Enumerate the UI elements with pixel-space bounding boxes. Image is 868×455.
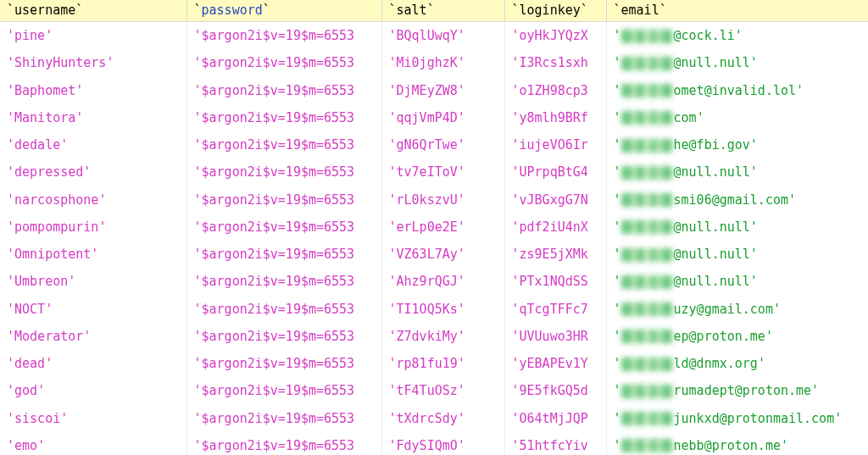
cell-password: '$argon2i$v=19$m=6553 [186,323,381,350]
salt-value: tF4TuOSz [397,383,458,398]
redacted-icon [621,84,672,97]
redacted-icon [621,30,672,43]
redacted-icon [621,248,672,262]
username-value: Baphomet [14,83,75,98]
cell-loginkey: 'UVUuwo3HR [504,323,606,350]
email-suffix: @null.null [674,247,750,262]
table-row[interactable]: 'Baphomet''$argon2i$v=19$m=6553'DjMEyZW8… [0,77,868,104]
db-table: `username``password``salt``loginkey``ema… [0,0,868,455]
email-suffix: @null.null [674,274,750,289]
loginkey-value: iujeVO6Ir [520,137,588,153]
cell-loginkey: '51htfcYiv [504,432,606,455]
salt-value: VZ63L7Ay [397,247,458,262]
column-header-password[interactable]: `password` [186,0,381,22]
cell-password: '$argon2i$v=19$m=6553 [186,241,381,268]
table-row[interactable]: 'NOCT''$argon2i$v=19$m=6553'TI1OQ5Ks''qT… [0,296,868,323]
table-row[interactable]: 'Manitora''$argon2i$v=19$m=6553'qqjVmP4D… [0,104,868,131]
redacted-icon [621,385,672,398]
cell-password: '$argon2i$v=19$m=6553 [186,131,381,158]
cell-username: 'depressed' [0,158,186,186]
cell-username: 'Manitora' [0,104,186,131]
email-suffix: ep@proton.me [674,329,765,344]
table-row[interactable]: 'Omnipotent''$argon2i$v=19$m=6553'VZ63L7… [0,241,868,268]
loginkey-value: 9E5fkGQ5d [520,383,588,398]
cell-password: '$argon2i$v=19$m=6553 [186,214,381,241]
cell-salt: 'tv7eIToV' [381,158,504,186]
email-suffix: junkxd@protonmail.com [674,411,835,426]
username-value: Manitora [14,110,75,125]
column-header-email[interactable]: `email` [606,0,868,22]
username-value: ShinyHunters [14,55,106,70]
salt-value: erLp0e2E [397,219,458,235]
username-value: dedale [14,137,60,153]
loginkey-value: UPrpqBtG4 [520,164,588,180]
redacted-icon [621,439,672,452]
table-row[interactable]: 'dedale''$argon2i$v=19$m=6553'gN6QrTwe''… [0,131,868,158]
cell-salt: 'rp81fu19' [381,350,504,377]
table-row[interactable]: 'dead''$argon2i$v=19$m=6553'rp81fu19''yE… [0,350,868,377]
cell-username: 'dedale' [0,131,186,158]
redacted-icon [621,358,672,371]
cell-password: '$argon2i$v=19$m=6553 [186,268,381,295]
email-suffix: uzy@gmail.com [674,302,773,317]
cell-salt: 'tXdrcSdy' [381,405,504,432]
password-value: $argon2i$v=19$m=6553 [202,192,355,208]
table-row[interactable]: 'pine''$argon2i$v=19$m=6553'BQqlUwqY''oy… [0,22,868,50]
password-value: $argon2i$v=19$m=6553 [202,329,355,344]
column-label: password [202,3,263,18]
loginkey-value: pdf2iU4nX [520,219,588,235]
loginkey-value: o1ZH98cp3 [520,83,588,98]
password-value: $argon2i$v=19$m=6553 [202,438,355,453]
password-value: $argon2i$v=19$m=6553 [202,274,355,289]
cell-username: 'ShinyHunters' [0,49,186,76]
cell-salt: 'DjMEyZW8' [381,77,504,104]
redacted-icon [621,302,672,316]
cell-loginkey: 'yEBAPEv1Y [504,350,606,377]
table-row[interactable]: 'god''$argon2i$v=19$m=6553'tF4TuOSz''9E5… [0,377,868,404]
cell-email: 'ep@proton.me' [606,323,868,350]
username-value: god [14,383,37,398]
redacted-icon [621,412,672,425]
salt-value: Mi0jghzK [397,55,458,70]
table-row[interactable]: 'pompompurin''$argon2i$v=19$m=6553'erLp0… [0,214,868,241]
salt-value: gN6QrTwe [397,137,458,153]
salt-value: DjMEyZW8 [397,83,458,98]
cell-salt: 'FdySIQmO' [381,432,504,455]
table-row[interactable]: 'emo''$argon2i$v=19$m=6553'FdySIQmO''51h… [0,432,868,455]
email-suffix: nebb@proton.me [674,438,781,453]
cell-loginkey: 'UPrpqBtG4 [504,158,606,186]
username-value: Umbreon [14,274,68,289]
cell-email: 'rumadept@proton.me' [606,377,868,404]
table-row[interactable]: 'Moderator''$argon2i$v=19$m=6553'Z7dvkiM… [0,323,868,350]
cell-email: 'smi06@gmail.com' [606,186,868,214]
cell-password: '$argon2i$v=19$m=6553 [186,104,381,131]
table-row[interactable]: 'siscoi''$argon2i$v=19$m=6553'tXdrcSdy''… [0,405,868,432]
loginkey-value: I3Rcs1sxh [520,55,588,70]
username-value: Moderator [14,329,83,344]
loginkey-value: vJBGxgG7N [520,192,588,208]
cell-salt: 'gN6QrTwe' [381,131,504,158]
table-row[interactable]: 'ShinyHunters''$argon2i$v=19$m=6553'Mi0j… [0,49,868,76]
table-row[interactable]: 'depressed''$argon2i$v=19$m=6553'tv7eITo… [0,158,868,186]
password-value: $argon2i$v=19$m=6553 [202,83,355,98]
cell-loginkey: 'iujeVO6Ir [504,131,606,158]
username-value: pompompurin [14,219,98,235]
column-header-loginkey[interactable]: `loginkey` [504,0,606,22]
table-row[interactable]: 'narcosphone''$argon2i$v=19$m=6553'rL0ks… [0,186,868,214]
table-row[interactable]: 'Umbreon''$argon2i$v=19$m=6553'Ahz9rQGJ'… [0,268,868,295]
cell-password: '$argon2i$v=19$m=6553 [186,296,381,323]
cell-loginkey: 'O64tMjJQP [504,405,606,432]
username-value: emo [14,438,37,453]
email-suffix: rumadept@proton.me [674,383,812,398]
loginkey-value: 51htfcYiv [520,438,588,453]
username-value: NOCT [14,302,45,317]
email-suffix: @null.null [674,55,750,70]
cell-salt: 'TI1OQ5Ks' [381,296,504,323]
cell-loginkey: 'PTx1NQdSS [504,268,606,295]
column-header-username[interactable]: `username` [0,0,186,22]
salt-value: Ahz9rQGJ [397,274,458,289]
cell-username: 'narcosphone' [0,186,186,214]
column-header-salt[interactable]: `salt` [381,0,504,22]
username-value: narcosphone [14,192,98,208]
cell-email: '@cock.li' [606,22,868,50]
